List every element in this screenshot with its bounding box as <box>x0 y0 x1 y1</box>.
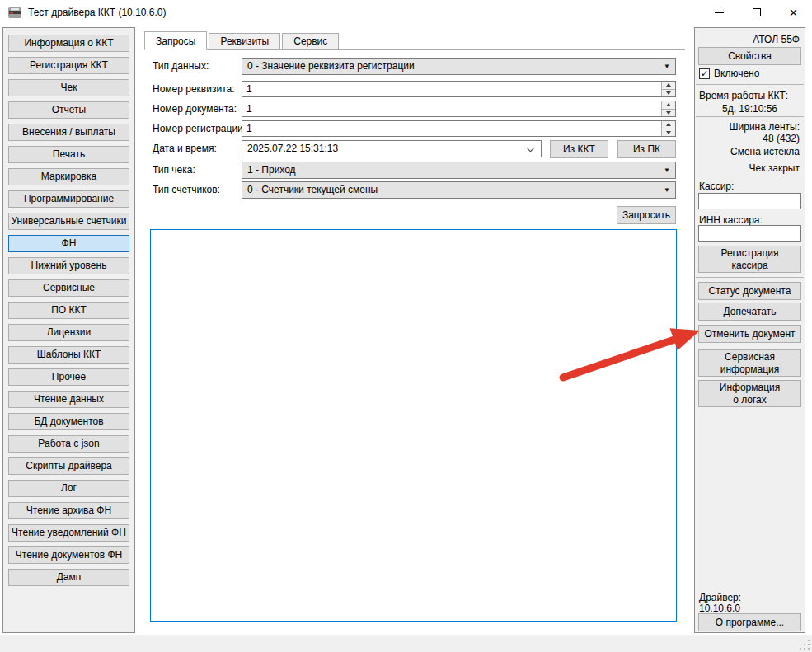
sidebar-button[interactable]: БД документов <box>8 413 129 430</box>
receipt-type-value: 1 - Приход <box>247 164 296 176</box>
sidebar-button-label: Чтение документов ФН <box>16 549 122 561</box>
sidebar-button[interactable]: Чтение данных <box>8 391 129 408</box>
document-status-button[interactable]: Статус документа <box>698 282 801 300</box>
sidebar-button[interactable]: ФН <box>8 235 129 252</box>
spin-up-button[interactable] <box>662 101 675 110</box>
tab-label: Реквизиты <box>220 35 269 47</box>
sidebar-button[interactable]: Шаблоны ККТ <box>8 346 129 364</box>
sidebar-button[interactable]: Маркировка <box>8 168 129 185</box>
cancel-document-button[interactable]: Отменить документ <box>698 325 801 343</box>
registration-number-label: Номер регистрации: <box>153 120 246 138</box>
spin-down-button[interactable] <box>662 110 675 117</box>
sidebar-button-label: Скрипты драйвера <box>26 460 112 471</box>
sidebar-button[interactable]: Регистрация ККТ <box>8 57 129 74</box>
spinner-buttons <box>661 121 675 136</box>
data-type-combobox[interactable]: 0 - Значение реквизита регистрации ▼ <box>242 58 676 75</box>
sidebar-button-label: Работа с json <box>38 438 99 449</box>
counters-type-combobox[interactable]: 0 - Счетчики текущей смены ▼ <box>242 181 676 199</box>
driver-version: 10.10.6.0 <box>699 603 740 614</box>
register-cashier-button[interactable]: Регистрация кассира <box>698 246 801 273</box>
spin-down-button[interactable] <box>662 90 675 97</box>
maximize-icon <box>753 8 761 16</box>
close-button[interactable]: ✕ <box>775 0 812 25</box>
driver-label: Драйвер: <box>699 592 741 603</box>
cashier-inn-label: ИНН кассира: <box>699 214 763 226</box>
sidebar-button[interactable]: Внесения / выплаты <box>8 124 129 141</box>
sidebar-button[interactable]: Печать <box>8 146 129 163</box>
spin-up-button[interactable] <box>662 121 675 129</box>
sidebar-button[interactable]: Прочее <box>8 368 129 386</box>
cashier-inn-input[interactable] <box>698 225 801 242</box>
sidebar-button-label: ПО ККТ <box>51 304 87 316</box>
from-pc-button[interactable]: Из ПК <box>617 140 676 158</box>
sidebar-button[interactable]: Лицензии <box>8 324 129 341</box>
enabled-checkbox-label: Включено <box>714 68 759 79</box>
sidebar-button-label: Дамп <box>57 571 82 583</box>
document-number-value: 1 <box>246 103 252 115</box>
registration-number-value: 1 <box>246 123 252 134</box>
sidebar-button[interactable]: Чек <box>8 79 129 96</box>
spinner-buttons <box>661 101 675 116</box>
print-rest-button[interactable]: Допечатать <box>698 303 801 321</box>
sidebar-button[interactable]: Чтение уведомлений ФН <box>8 524 129 542</box>
service-info-button[interactable]: Сервисная информация <box>698 349 801 377</box>
sidebar-button[interactable]: Программирование <box>8 190 129 208</box>
sidebar-button-label: Чтение архива ФН <box>26 504 111 516</box>
cashier-input[interactable] <box>698 193 801 209</box>
sidebar-button[interactable]: Нижний уровень <box>8 257 129 274</box>
shift-status: Смена истекла <box>730 146 800 157</box>
sidebar-button-label: Внесения / выплаты <box>22 126 115 138</box>
data-type-label: Тип данных: <box>153 58 209 75</box>
sidebar-button[interactable]: Отчеты <box>8 101 129 119</box>
checkbox-check-icon: ✓ <box>699 68 710 79</box>
data-type-value: 0 - Значение реквизита регистрации <box>247 60 415 72</box>
sidebar-button-label: Отчеты <box>52 104 86 115</box>
tab[interactable]: Запросы <box>144 31 207 50</box>
sidebar-button[interactable]: Чтение архива ФН <box>8 502 129 519</box>
tab[interactable]: Реквизиты <box>209 33 280 49</box>
spin-down-icon <box>666 111 671 115</box>
about-button[interactable]: О программе... <box>698 613 801 631</box>
datetime-label: Дата и время: <box>153 140 217 157</box>
sidebar-button[interactable]: Дамп <box>8 569 129 586</box>
registration-number-spinner[interactable]: 1 <box>242 120 676 137</box>
separator <box>696 277 804 278</box>
sidebar-button-label: Чтение данных <box>34 393 104 405</box>
receipt-type-combobox[interactable]: 1 - Приход ▼ <box>242 162 676 179</box>
sidebar-button[interactable]: Универсальные счетчики <box>8 213 129 230</box>
spin-down-button[interactable] <box>662 129 675 137</box>
requisite-number-spinner[interactable]: 1 <box>242 81 676 97</box>
spin-up-button[interactable] <box>662 82 675 90</box>
combo-arrow-icon: ▼ <box>664 167 670 174</box>
receipt-type-label: Тип чека: <box>153 162 195 179</box>
device-model-label: АТОЛ 55Ф <box>753 34 800 45</box>
sidebar: Информация о ККТ Регистрация ККТ Чек Отч… <box>2 27 135 633</box>
properties-button[interactable]: Свойства <box>698 47 801 65</box>
cashier-label: Кассир: <box>699 181 734 192</box>
sidebar-button[interactable]: Лог <box>8 480 129 497</box>
sidebar-button[interactable]: Информация о ККТ <box>8 35 129 52</box>
sidebar-button[interactable]: Работа с json <box>8 435 129 453</box>
spinner-buttons <box>661 82 675 96</box>
tab-strip: Запросы Реквизиты Сервис <box>144 31 685 50</box>
counters-type-value: 0 - Счетчики текущей смены <box>247 184 378 195</box>
log-info-button[interactable]: Информация о логах <box>698 380 801 407</box>
sidebar-button-label: Нижний уровень <box>31 260 107 271</box>
sidebar-button[interactable]: Скрипты драйвера <box>8 457 129 475</box>
sidebar-button[interactable]: Чтение документов ФН <box>8 546 129 564</box>
enabled-checkbox[interactable]: ✓ Включено <box>699 68 759 79</box>
titlebar: Тест драйвера ККТ (10.10.6.0) ✕ <box>0 0 812 25</box>
minimize-button[interactable] <box>701 0 738 25</box>
result-output-area[interactable] <box>150 229 677 622</box>
datetime-combobox[interactable]: 2025.07.22 15:31:13 <box>242 140 542 157</box>
sidebar-button[interactable]: ПО ККТ <box>8 302 129 319</box>
receipt-status: Чек закрыт <box>749 162 800 174</box>
document-number-spinner[interactable]: 1 <box>242 101 676 117</box>
maximize-button[interactable] <box>738 0 775 25</box>
query-button[interactable]: Запросить <box>617 206 676 224</box>
sidebar-button[interactable]: Сервисные <box>8 279 129 297</box>
tab[interactable]: Сервис <box>282 33 339 49</box>
from-kkt-button[interactable]: Из ККТ <box>550 140 608 158</box>
resize-grip[interactable] <box>799 639 810 650</box>
sidebar-button-label: Лог <box>61 482 77 494</box>
